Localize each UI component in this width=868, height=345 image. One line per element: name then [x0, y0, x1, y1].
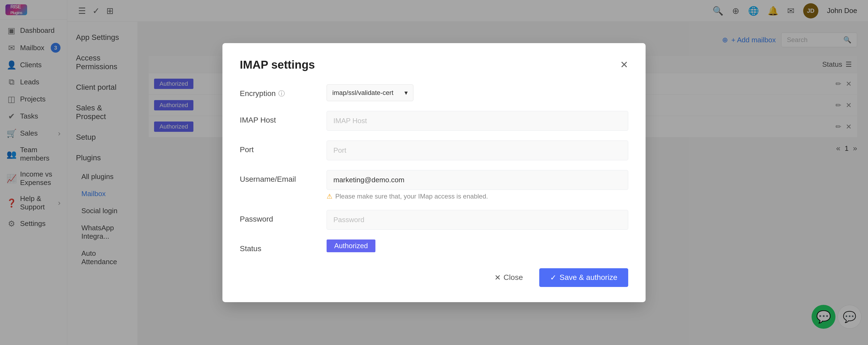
modal-overlay: IMAP settings ✕ Encryption ⓘ imap/ssl/va… — [0, 0, 868, 345]
status-label: Status — [240, 240, 327, 253]
encryption-select[interactable]: imap/ssl/validate-cert ▾ — [327, 84, 413, 101]
close-label: Close — [503, 273, 523, 282]
password-row: Password — [240, 210, 628, 230]
port-field — [327, 140, 628, 160]
modal-footer: ✕ Close ✓ Save & authorize — [240, 268, 628, 287]
warning-text: Please make sure that, your IMap access … — [335, 193, 488, 200]
imap-host-field — [327, 111, 628, 131]
encryption-label: Encryption ⓘ — [240, 84, 327, 98]
status-row: Status Authorized — [240, 240, 628, 253]
close-x-icon: ✕ — [495, 273, 501, 282]
modal-header: IMAP settings ✕ — [240, 58, 628, 71]
imap-host-label: IMAP Host — [240, 111, 327, 125]
status-field: Authorized — [327, 240, 628, 252]
encryption-row: Encryption ⓘ imap/ssl/validate-cert ▾ — [240, 84, 628, 101]
password-input[interactable] — [327, 210, 628, 230]
modal-title: IMAP settings — [240, 58, 315, 71]
port-label: Port — [240, 140, 327, 154]
imap-host-row: IMAP Host — [240, 111, 628, 131]
encryption-value: imap/ssl/validate-cert — [332, 89, 393, 97]
username-input[interactable] — [327, 170, 628, 190]
imap-host-input[interactable] — [327, 111, 628, 131]
modal-close-button[interactable]: ✕ — [620, 59, 628, 70]
password-label: Password — [240, 210, 327, 223]
port-input[interactable] — [327, 140, 628, 160]
username-label: Username/Email — [240, 170, 327, 184]
close-button[interactable]: ✕ Close — [485, 268, 533, 287]
encryption-field: imap/ssl/validate-cert ▾ — [327, 84, 628, 101]
password-field — [327, 210, 628, 230]
save-check-icon: ✓ — [550, 273, 556, 282]
help-circle-icon[interactable]: ⓘ — [278, 89, 285, 98]
username-row: Username/Email ⚠ Please make sure that, … — [240, 170, 628, 200]
port-row: Port — [240, 140, 628, 160]
status-badge-form: Authorized — [327, 240, 375, 252]
save-label: Save & authorize — [560, 273, 617, 282]
imap-warning: ⚠ Please make sure that, your IMap acces… — [327, 193, 628, 200]
username-field: ⚠ Please make sure that, your IMap acces… — [327, 170, 628, 200]
imap-settings-modal: IMAP settings ✕ Encryption ⓘ imap/ssl/va… — [222, 43, 646, 302]
chevron-down-icon: ▾ — [404, 89, 408, 97]
warning-icon: ⚠ — [327, 193, 333, 200]
save-authorize-button[interactable]: ✓ Save & authorize — [539, 268, 628, 287]
